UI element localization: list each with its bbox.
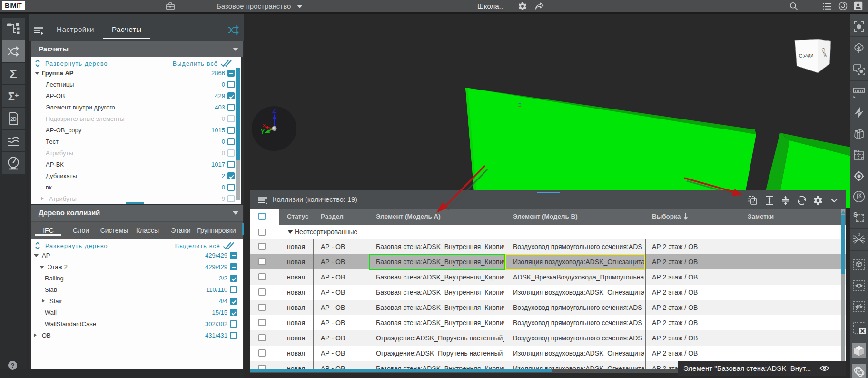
svg-text:2: 2	[858, 233, 860, 236]
svg-text:Y: Y	[261, 129, 265, 135]
svg-text:x: x	[263, 123, 266, 128]
svg-text:Z: Z	[273, 108, 276, 114]
svg-text:Сзади: Сзади	[799, 52, 813, 59]
svg-text:2D: 2D	[10, 117, 17, 122]
svg-text:1: 1	[853, 234, 855, 238]
